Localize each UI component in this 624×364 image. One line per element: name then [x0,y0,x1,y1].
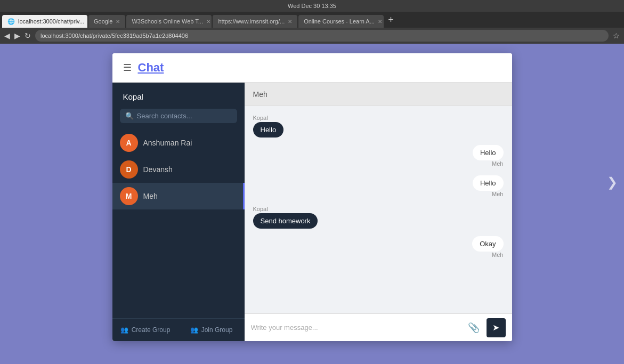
browser-titlebar: Wed Dec 30 13:35 [0,0,624,12]
create-group-button[interactable]: 👥 Create Group [112,319,179,341]
message-sender-label: Meh [492,191,503,197]
search-input[interactable] [137,112,232,120]
message-sender-label: Meh [492,160,503,167]
contact-name-anshuman: Anshuman Rai [143,139,192,147]
message-row: Hello Meh [473,145,504,168]
contact-item-anshuman[interactable]: A Anshuman Rai [112,130,245,156]
message-row: Okay Meh [472,236,503,259]
tab-close-icon[interactable]: ✕ [378,19,382,25]
tab-favicon: 🌐 [7,18,15,25]
tab-google[interactable]: Google ✕ [88,15,125,28]
sidebar-username: Kopal [123,92,143,101]
message-sender-label: Kopal [253,206,268,212]
reload-button[interactable]: ↻ [25,31,31,40]
tab-close-icon[interactable]: ✕ [116,19,120,25]
create-group-icon: 👥 [120,326,128,334]
tab-label: localhost:3000/chat/priv... [18,18,84,25]
send-button[interactable]: ➤ [487,318,506,337]
message-row: Kopal Send homework [253,206,318,229]
forward-button[interactable]: ▶ [14,31,20,40]
browser-chrome: Wed Dec 30 13:35 🌐 localhost:3000/chat/p… [0,0,624,37]
message-bubble-wrapper-received: Kopal Send homework [253,206,318,229]
back-button[interactable]: ◀ [4,31,10,40]
avatar-anshuman: A [120,134,138,152]
bookmark-icon[interactable]: ☆ [613,31,620,40]
app-body: Kopal 🔍 A Anshuman Rai D [112,83,512,341]
contact-name-meh: Meh [143,192,158,200]
tab-online-courses[interactable]: Online Courses - Learn A... ✕ [298,15,384,28]
tab-label: Online Courses - Learn A... [304,18,375,25]
chat-input-area: 📎 ➤ [245,313,512,341]
contact-item-devansh[interactable]: D Devansh [112,156,245,183]
attach-button[interactable]: 📎 [465,319,482,336]
join-group-icon: 👥 [190,326,198,334]
sidebar-user: Kopal [112,83,245,109]
chat-message-input[interactable] [251,323,461,331]
chat-header: Meh [245,83,512,106]
join-group-button[interactable]: 👥 Join Group [179,319,245,341]
search-input-wrapper: 🔍 [120,109,237,123]
browser-tabs: 🌐 localhost:3000/chat/priv... ✕ Google ✕… [0,12,624,28]
message-bubble-received: Hello [253,122,284,137]
sidebar-search: 🔍 [112,109,245,130]
send-icon: ➤ [492,322,499,333]
message-bubble-wrapper-sent: Hello Meh [473,175,504,198]
chat-area: Meh Kopal Hello Hello [245,83,512,341]
attach-icon: 📎 [468,322,480,334]
tab-w3schools[interactable]: W3Schools Online Web T... ✕ [126,15,212,28]
browser-time: Wed Dec 30 13:35 [288,3,336,9]
message-bubble-received: Send homework [253,213,318,229]
app-header: ☰ Chat [112,53,512,83]
contact-name-devansh: Devansh [143,165,173,174]
message-bubble-wrapper-sent: Okay Meh [472,236,503,259]
chat-recipient-name: Meh [253,90,268,99]
avatar-meh: M [120,187,138,205]
message-bubble-sent: Hello [473,145,504,160]
tab-label: W3Schools Online Web T... [132,18,203,25]
tab-label: https://www.imsnsit.org/... [218,18,285,25]
message-bubble-wrapper-received: Kopal Hello [253,115,284,137]
sidebar-footer: 👥 Create Group 👥 Join Group [112,318,245,341]
address-bar[interactable] [35,30,609,42]
tab-label: Google [94,18,112,25]
message-sender-label: Meh [492,252,503,258]
app-container: ☰ Chat Kopal 🔍 A Anshuman Rai [112,53,512,341]
app-title: Chat [138,61,164,75]
right-arrow-button[interactable]: ❯ [607,175,618,190]
tab-imsnsit[interactable]: https://www.imsnsit.org/... ✕ [213,15,297,28]
message-sender-label: Kopal [253,115,268,121]
contact-list: A Anshuman Rai D Devansh M Meh [112,130,245,318]
tab-close-icon[interactable]: ✕ [288,19,292,25]
contact-item-meh[interactable]: M Meh [112,183,245,209]
new-tab-button[interactable]: + [385,14,397,26]
join-group-label: Join Group [201,326,233,334]
message-bubble-wrapper-sent: Hello Meh [473,145,504,168]
create-group-label: Create Group [132,326,171,334]
avatar-devansh: D [120,160,138,179]
message-bubble-sent: Okay [472,236,503,252]
tab-close-icon[interactable]: ✕ [206,19,210,25]
chat-messages: Kopal Hello Hello Meh [245,106,512,313]
hamburger-menu-icon[interactable]: ☰ [123,62,132,74]
tab-active[interactable]: 🌐 localhost:3000/chat/priv... ✕ [2,15,87,28]
browser-addressbar: ◀ ▶ ↻ ☆ [0,28,624,44]
search-icon: 🔍 [125,112,134,120]
message-bubble-sent: Hello [473,175,504,191]
sidebar: Kopal 🔍 A Anshuman Rai D [112,83,245,341]
message-row: Hello Meh [473,175,504,198]
message-row: Kopal Hello [253,115,284,137]
